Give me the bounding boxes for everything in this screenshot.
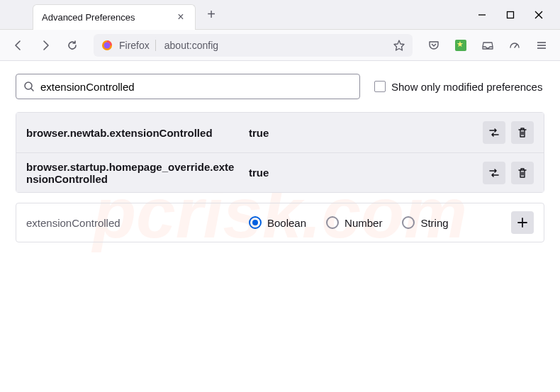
back-button[interactable] bbox=[7, 34, 30, 57]
radio-number[interactable]: Number bbox=[326, 216, 382, 229]
toggle-button[interactable] bbox=[483, 162, 505, 184]
radio-icon bbox=[402, 216, 415, 229]
browser-tab[interactable]: Advanced Preferences × bbox=[33, 4, 196, 30]
pref-value: true bbox=[249, 167, 473, 179]
search-input[interactable] bbox=[40, 81, 352, 93]
toolbar: Firefox about:config bbox=[0, 30, 560, 61]
inbox-icon[interactable] bbox=[476, 34, 499, 57]
svg-rect-1 bbox=[508, 11, 514, 18]
new-tab-button[interactable]: + bbox=[201, 5, 221, 25]
new-pref-name: extensionControlled bbox=[26, 217, 239, 229]
checkbox-icon bbox=[374, 81, 386, 92]
url-identity: Firefox bbox=[119, 40, 156, 51]
radio-icon bbox=[249, 216, 262, 229]
close-window-button[interactable] bbox=[532, 8, 546, 22]
forward-button[interactable] bbox=[34, 34, 57, 57]
pref-row: browser.newtab.extensionControlled true bbox=[16, 113, 544, 152]
pref-value: true bbox=[249, 127, 473, 139]
pref-name: browser.startup.homepage_override.extens… bbox=[26, 161, 239, 185]
radio-boolean[interactable]: Boolean bbox=[249, 216, 306, 229]
delete-button[interactable] bbox=[511, 121, 534, 144]
close-tab-icon[interactable]: × bbox=[175, 11, 186, 23]
add-button[interactable] bbox=[511, 211, 534, 234]
radio-label: Number bbox=[345, 217, 382, 229]
tab-title: Advanced Preferences bbox=[42, 12, 169, 23]
delete-button[interactable] bbox=[511, 162, 534, 184]
radio-icon bbox=[326, 216, 339, 229]
pref-row: browser.startup.homepage_override.extens… bbox=[16, 152, 544, 192]
dashboard-icon[interactable] bbox=[503, 34, 526, 57]
preferences-table: browser.newtab.extensionControlled true … bbox=[16, 112, 544, 193]
show-modified-checkbox[interactable]: Show only modified preferences bbox=[374, 81, 542, 93]
url-text: about:config bbox=[162, 40, 387, 51]
extension-icon[interactable] bbox=[449, 34, 472, 57]
checkbox-label: Show only modified preferences bbox=[391, 81, 542, 93]
url-bar[interactable]: Firefox about:config bbox=[94, 34, 413, 57]
svg-line-10 bbox=[31, 89, 33, 91]
radio-label: Boolean bbox=[267, 217, 306, 229]
pocket-icon[interactable] bbox=[422, 34, 445, 57]
toggle-button[interactable] bbox=[483, 121, 505, 144]
titlebar: Advanced Preferences × + bbox=[0, 0, 560, 30]
bookmark-star-icon[interactable] bbox=[393, 39, 405, 52]
menu-button[interactable] bbox=[530, 34, 553, 57]
search-icon bbox=[23, 81, 35, 92]
pref-name: browser.newtab.extensionControlled bbox=[26, 127, 239, 139]
firefox-icon bbox=[101, 39, 113, 52]
radio-label: String bbox=[420, 217, 448, 229]
search-box[interactable] bbox=[16, 74, 360, 99]
reload-button[interactable] bbox=[61, 34, 84, 57]
new-pref-row: extensionControlled Boolean Number Strin… bbox=[16, 203, 544, 242]
content-area: Show only modified preferences browser.n… bbox=[0, 61, 560, 255]
type-radio-group: Boolean Number String bbox=[249, 216, 501, 229]
radio-string[interactable]: String bbox=[402, 216, 448, 229]
minimize-button[interactable] bbox=[475, 8, 489, 22]
maximize-button[interactable] bbox=[503, 8, 517, 22]
